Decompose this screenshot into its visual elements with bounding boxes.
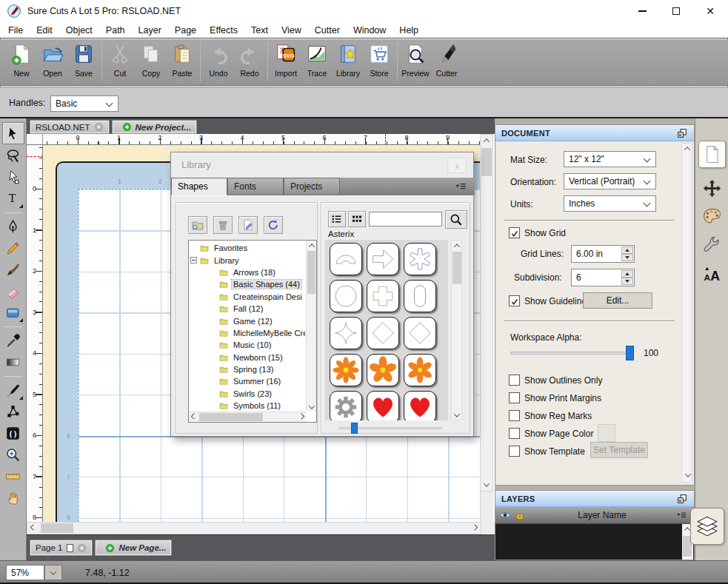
- tools-panel-button[interactable]: [698, 231, 726, 258]
- scrollbar-thumb[interactable]: [481, 148, 492, 176]
- popout-icon[interactable]: [676, 493, 688, 505]
- folder-tree-item[interactable]: Arrows (18): [190, 266, 305, 278]
- close-tab-icon[interactable]: [77, 543, 87, 553]
- show-guidelines-checkbox[interactable]: Show Guidelines: [509, 295, 591, 306]
- tool-button[interactable]: [3, 380, 24, 400]
- menu-item[interactable]: Path: [99, 24, 132, 37]
- scroll-down-arrow[interactable]: [481, 479, 492, 491]
- show-outlines-only-checkbox[interactable]: Show Outlines Only: [509, 375, 602, 386]
- canvas-horizontal-scrollbar[interactable]: [27, 522, 481, 534]
- tree-vertical-scrollbar[interactable]: [306, 241, 316, 412]
- scrollbar-thumb[interactable]: [307, 251, 315, 294]
- search-button[interactable]: [445, 210, 467, 229]
- show-reg-marks-checkbox[interactable]: Show Reg Marks: [509, 410, 592, 421]
- layers-list[interactable]: [495, 524, 694, 560]
- library-tab[interactable]: Fonts: [227, 178, 284, 195]
- tool-button[interactable]: T: [3, 189, 24, 209]
- toolbar-button[interactable]: Open: [37, 39, 68, 84]
- tool-button[interactable]: [3, 167, 24, 187]
- collapse-icon[interactable]: [190, 257, 197, 264]
- scroll-down-arrow[interactable]: [686, 467, 690, 480]
- subdivision-spinner[interactable]: 6: [571, 269, 635, 286]
- scroll-up-arrow[interactable]: [682, 144, 692, 153]
- shapes-scrollbar[interactable]: [451, 240, 462, 420]
- units-dropdown[interactable]: Inches: [564, 195, 656, 212]
- folder-tree-item[interactable]: Createinspain Desi: [190, 291, 305, 303]
- fill-stroke-panel-button[interactable]: [698, 203, 726, 230]
- menu-item[interactable]: Layer: [132, 24, 168, 37]
- tool-button[interactable]: [3, 238, 24, 258]
- document-panel-header[interactable]: DOCUMENT: [495, 125, 694, 141]
- folder-tree-item[interactable]: Symbols (11): [190, 400, 305, 411]
- tool-button[interactable]: [3, 331, 24, 351]
- folder-tree-item[interactable]: Game (12): [190, 315, 305, 326]
- tree-horizontal-scrollbar[interactable]: [189, 412, 306, 422]
- show-template-checkbox[interactable]: Show Template: [509, 446, 585, 457]
- add-folder-button[interactable]: [188, 216, 207, 234]
- menu-item[interactable]: File: [1, 24, 30, 37]
- scroll-left-arrow[interactable]: [27, 523, 39, 534]
- spin-down-button[interactable]: [621, 254, 633, 261]
- scroll-up-arrow[interactable]: [307, 241, 316, 250]
- list-view-button[interactable]: [328, 211, 346, 227]
- eye-icon[interactable]: [499, 509, 511, 521]
- minimize-button[interactable]: [625, 0, 659, 22]
- shape-search-input[interactable]: [369, 212, 442, 226]
- dialog-close-button[interactable]: x: [447, 158, 467, 173]
- tool-button[interactable]: [3, 281, 24, 301]
- menu-item[interactable]: Object: [59, 24, 99, 37]
- scroll-down-arrow[interactable]: [307, 402, 316, 412]
- tool-button[interactable]: [3, 488, 24, 508]
- show-print-margins-checkbox[interactable]: Show Print Margins: [509, 392, 601, 403]
- tool-button[interactable]: [3, 352, 24, 372]
- folder-tree-item[interactable]: Newborn (15): [190, 352, 305, 363]
- workspace-alpha-slider[interactable]: [510, 352, 634, 355]
- folder-tree-item[interactable]: Spring (13): [190, 363, 305, 375]
- library-tab[interactable]: Shapes: [171, 178, 227, 195]
- mat-size-dropdown[interactable]: 12" x 12": [564, 151, 656, 167]
- spin-up-button[interactable]: [621, 246, 633, 254]
- tool-button[interactable]: [3, 466, 24, 486]
- shape-tile[interactable]: [367, 317, 399, 349]
- handles-dropdown[interactable]: Basic: [50, 95, 118, 112]
- folder-tree-item[interactable]: Summer (16): [190, 375, 305, 387]
- menu-item[interactable]: Page: [168, 24, 203, 37]
- tool-button[interactable]: [3, 303, 24, 323]
- close-tab-icon[interactable]: [94, 122, 104, 132]
- text-panel-button[interactable]: AA: [698, 261, 726, 288]
- panel-scrollbar[interactable]: [681, 143, 692, 483]
- toolbar-button[interactable]: SVG Import: [270, 39, 301, 84]
- toolbar-button[interactable]: Paste: [167, 39, 198, 84]
- tab-menu-icon[interactable]: [453, 180, 469, 193]
- tool-button[interactable]: [3, 260, 24, 280]
- workspace-alpha-handle[interactable]: [626, 346, 634, 360]
- scrollbar-thumb[interactable]: [199, 413, 263, 421]
- lock-icon[interactable]: [514, 509, 526, 521]
- layers-menu-icon[interactable]: [675, 509, 687, 521]
- edit-guidelines-button[interactable]: Edit...: [583, 292, 652, 309]
- export-button[interactable]: [238, 216, 258, 234]
- toolbar-button[interactable]: New: [6, 39, 37, 84]
- toolbar-button[interactable]: Preview: [400, 39, 431, 84]
- menu-item[interactable]: Text: [244, 24, 275, 37]
- thumbnail-size-handle[interactable]: [351, 423, 358, 434]
- toolbar-button[interactable]: Trace: [301, 39, 333, 84]
- folder-tree-item[interactable]: Swirls (23): [190, 388, 305, 400]
- tool-button[interactable]: [3, 217, 24, 237]
- shape-tile[interactable]: [330, 317, 362, 349]
- folder-tree-item[interactable]: Music (10): [190, 339, 305, 351]
- menu-item[interactable]: View: [275, 24, 308, 37]
- layers-panel-button[interactable]: [690, 508, 724, 545]
- shape-tile[interactable]: [404, 317, 436, 349]
- show-grid-checkbox[interactable]: Show Grid: [509, 227, 566, 238]
- menu-item[interactable]: Window: [347, 24, 393, 37]
- spin-up-button[interactable]: [621, 270, 633, 278]
- delete-button[interactable]: [213, 216, 233, 234]
- shape-tile[interactable]: [404, 243, 436, 275]
- folder-tree-item[interactable]: MichelleMyBelle Cre: [190, 327, 305, 339]
- toolbar-button[interactable]: Copy: [136, 39, 167, 84]
- toolbar-button[interactable]: Save: [68, 39, 99, 84]
- layers-panel-header[interactable]: LAYERS: [495, 491, 694, 507]
- tool-button[interactable]: [3, 445, 24, 465]
- scroll-down-arrow[interactable]: [452, 410, 461, 420]
